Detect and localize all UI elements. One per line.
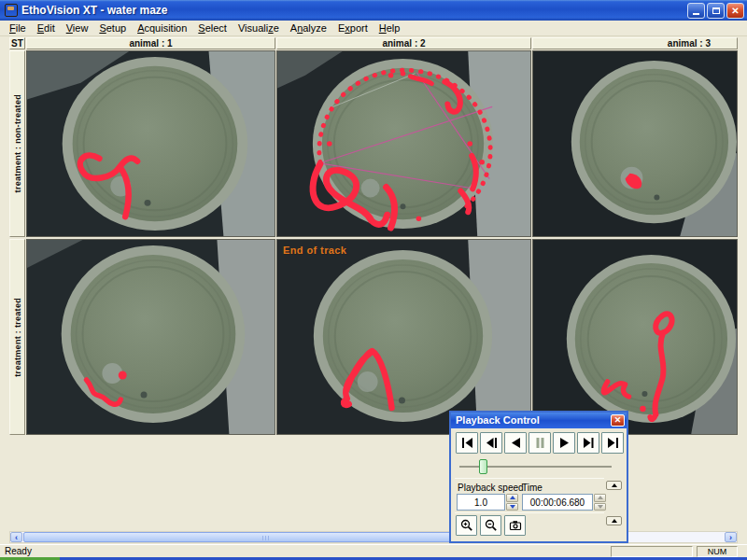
platform-marker (358, 371, 378, 392)
menu-view[interactable]: View (61, 21, 94, 35)
menu-select[interactable]: Select (192, 21, 233, 35)
maximize-button[interactable] (707, 3, 725, 19)
status-num-indicator: NUM (697, 546, 738, 557)
video-panel-nontreated-animal3 (532, 50, 738, 237)
dialog-title-bar[interactable]: Playback Control (451, 413, 627, 428)
column-header-animal-2: animal : 2 (276, 37, 531, 49)
menu-export[interactable]: Export (332, 21, 374, 35)
column-header-animal-3: animal : 3 (532, 37, 738, 49)
title-bar: EthoVision XT - water maze ✕ (0, 0, 747, 21)
playback-slider-thumb[interactable] (479, 459, 487, 474)
zoom-out-button[interactable] (480, 515, 501, 536)
menu-edit[interactable]: Edit (32, 21, 61, 35)
horizontal-scrollbar[interactable]: ‹ › (9, 531, 738, 543)
status-bar: Ready NUM (0, 544, 747, 557)
status-cell-empty (611, 546, 693, 557)
dialog-close-icon[interactable]: ✕ (611, 414, 625, 427)
menu-setup[interactable]: Setup (93, 21, 132, 35)
skip-to-end-button[interactable] (601, 432, 624, 454)
menu-analyze[interactable]: Analyze (285, 21, 332, 35)
video-panel-nontreated-animal2 (276, 50, 531, 237)
collapse-tools-button[interactable] (606, 516, 622, 525)
scroll-left-arrow[interactable]: ‹ (10, 532, 22, 542)
zoom-in-button[interactable] (456, 515, 477, 536)
menu-acquisition[interactable]: Acquisition (132, 21, 192, 35)
play-button[interactable] (553, 432, 575, 454)
row-label-non-treated: treatment : non-treated (9, 50, 25, 237)
snapshot-button[interactable] (504, 515, 526, 536)
menu-bar: File Edit View Setup Acquisition Select … (0, 21, 747, 36)
status-text: Ready (5, 546, 32, 556)
menu-file[interactable]: File (4, 21, 32, 35)
time-spinner (594, 494, 606, 511)
time-label: Time (522, 483, 543, 493)
video-panel-treated-animal1 (26, 239, 275, 435)
pause-button[interactable] (529, 432, 551, 454)
app-icon (5, 4, 18, 17)
menu-visualize[interactable]: Visualize (233, 21, 285, 35)
time-input[interactable] (522, 494, 593, 511)
minimize-button[interactable] (687, 3, 705, 19)
video-panel-treated-animal3 (532, 239, 738, 435)
column-header-animal-1: animal : 1 (26, 37, 275, 49)
window-title: EthoVision XT - water maze (21, 4, 167, 17)
close-button[interactable]: ✕ (726, 3, 744, 19)
speed-spinner[interactable] (506, 494, 518, 511)
end-of-track-label: End of track (283, 245, 346, 256)
step-forward-button[interactable] (577, 432, 599, 454)
collapse-fields-button[interactable] (606, 481, 622, 490)
scrollbar-thumb[interactable] (23, 532, 501, 542)
video-panel-treated-animal2: End of track (276, 239, 531, 435)
row-label-treated: treatment : treated (9, 239, 25, 435)
playback-speed-label: Playback speed (458, 483, 524, 493)
skip-to-start-button[interactable] (456, 432, 478, 454)
playback-speed-input[interactable] (457, 494, 505, 511)
grid-corner-cell: ST (9, 37, 25, 49)
application-window: EthoVision XT - water maze ✕ File Edit V… (0, 0, 747, 560)
playback-control-dialog: Playback Control ✕ Playback speed T (449, 411, 628, 543)
step-back-button[interactable] (480, 432, 502, 454)
video-panel-nontreated-animal1 (26, 50, 275, 237)
play-reverse-button[interactable] (504, 432, 527, 454)
menu-help[interactable]: Help (374, 21, 406, 35)
platform-marker (361, 179, 380, 198)
scroll-right-arrow[interactable]: › (725, 532, 737, 542)
